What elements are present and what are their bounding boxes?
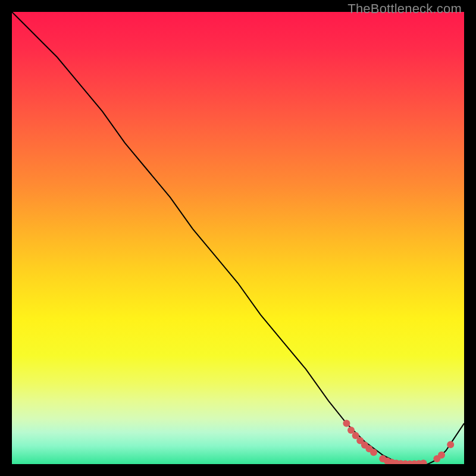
chart-plot-area [12, 12, 464, 464]
chart-svg [12, 12, 464, 464]
chart-frame: TheBottleneck.com [0, 0, 476, 476]
curve-marker [447, 441, 454, 448]
curve-marker [343, 420, 350, 427]
watermark-text: TheBottleneck.com [347, 1, 462, 17]
curve-marker [370, 449, 377, 456]
curve-marker [420, 460, 427, 465]
curve-marker [438, 452, 445, 459]
curve-line [12, 12, 464, 464]
